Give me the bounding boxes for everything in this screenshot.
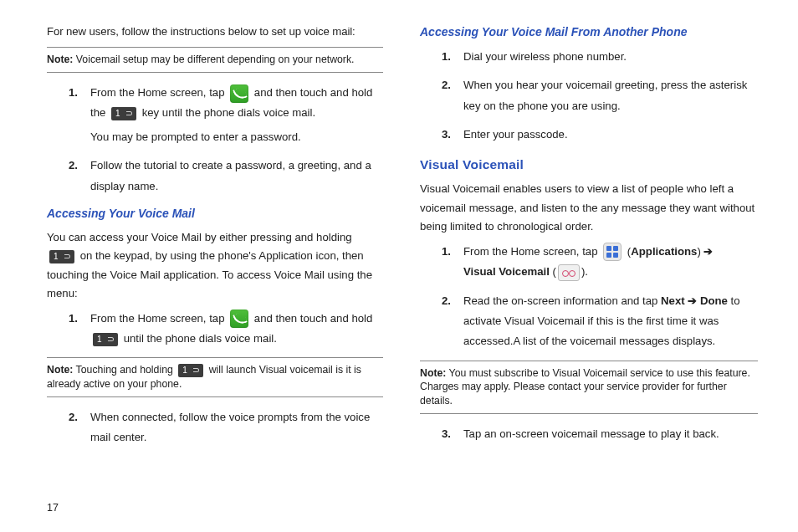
step-text: Tap an on-screen voicemail message to pl… bbox=[463, 427, 719, 440]
step-number: 2. bbox=[442, 75, 451, 95]
page-columns: For new users, follow the instructions b… bbox=[47, 23, 758, 492]
step-number: 1. bbox=[69, 309, 78, 329]
access-steps-cont: 2. When connected, follow the voice prom… bbox=[69, 407, 383, 448]
visual-voicemail-icon bbox=[558, 264, 580, 281]
step-number: 1. bbox=[442, 242, 451, 262]
key-1-icon: 1 bbox=[178, 364, 203, 377]
note-text: Touching and holding bbox=[73, 364, 176, 376]
note-text: Voicemail setup may be different dependi… bbox=[73, 54, 354, 65]
step-text: until the phone dials voice mail. bbox=[120, 332, 277, 345]
step-3: 3. Tap an on-screen voicemail message to… bbox=[442, 424, 758, 444]
visual-steps: 1. From the Home screen, tap (Applicatio… bbox=[442, 242, 758, 352]
step-text: When connected, follow the voice prompts… bbox=[90, 411, 370, 443]
step-1: 1. From the Home screen, tap and then to… bbox=[69, 309, 383, 350]
note-text: You must subscribe to Visual Voicemail s… bbox=[420, 367, 750, 407]
intro-text: For new users, follow the instructions b… bbox=[47, 23, 383, 40]
arrow-icon: ➔ bbox=[685, 294, 700, 307]
step-text: From the Home screen, tap bbox=[90, 86, 228, 99]
step-number: 1. bbox=[442, 47, 451, 67]
step-subtext: You may be prompted to enter a password. bbox=[90, 127, 383, 147]
arrow-icon: ➔ bbox=[701, 245, 714, 258]
para-text: You can access your Voice Mail by either… bbox=[47, 231, 352, 243]
access-paragraph: You can access your Voice Mail by either… bbox=[47, 228, 383, 304]
page-number: 17 bbox=[47, 502, 59, 514]
next-label: Next bbox=[661, 294, 685, 307]
step-2: 2. Read the on-screen information and ta… bbox=[442, 291, 758, 352]
note-box-1: Note: Voicemail setup may be different d… bbox=[47, 47, 383, 73]
step-text: Dial your wireless phone number. bbox=[463, 50, 627, 63]
heading-other-phone: Accessing Your Voice Mail From Another P… bbox=[420, 23, 758, 42]
heading-accessing-voicemail: Accessing Your Voice Mail bbox=[47, 205, 383, 223]
key-1-icon: 1 bbox=[49, 250, 74, 263]
phone-icon bbox=[230, 84, 248, 103]
key-1-icon: 1 bbox=[93, 333, 118, 346]
right-column: Accessing Your Voice Mail From Another P… bbox=[420, 23, 758, 492]
key-1-icon: 1 bbox=[111, 107, 136, 120]
step-text: and then touch and hold bbox=[251, 312, 372, 325]
step-number: 2. bbox=[69, 156, 78, 176]
step-number: 3. bbox=[442, 424, 451, 444]
other-phone-steps: 1. Dial your wireless phone number. 2. W… bbox=[442, 47, 758, 146]
done-label: Done bbox=[700, 294, 728, 307]
step-number: 1. bbox=[69, 83, 78, 103]
note-box-3: Note: You must subscribe to Visual Voice… bbox=[420, 361, 758, 414]
applications-label: Applications bbox=[631, 245, 697, 258]
step-1: 1. Dial your wireless phone number. bbox=[442, 47, 758, 67]
step-text: From the Home screen, tap bbox=[463, 245, 601, 258]
step-2: 2. Follow the tutorial to create a passw… bbox=[69, 156, 383, 197]
heading-visual-voicemail: Visual Voicemail bbox=[420, 155, 758, 175]
visual-paragraph: Visual Voicemail enables users to view a… bbox=[420, 180, 758, 236]
step-number: 2. bbox=[69, 407, 78, 427]
note-label: Note: bbox=[420, 367, 446, 379]
phone-icon bbox=[230, 309, 248, 328]
step-2: 2. When you hear your voicemail greeting… bbox=[442, 75, 758, 116]
access-steps: 1. From the Home screen, tap and then to… bbox=[69, 309, 383, 350]
step-text: Read the on-screen information and tap bbox=[463, 294, 661, 307]
step-number: 3. bbox=[442, 125, 451, 145]
left-column: For new users, follow the instructions b… bbox=[47, 23, 383, 492]
step-1: 1. From the Home screen, tap and then to… bbox=[69, 83, 383, 147]
step-3: 3. Enter your passcode. bbox=[442, 125, 758, 145]
visual-steps-cont: 3. Tap an on-screen voicemail message to… bbox=[442, 424, 758, 444]
step-text: When you hear your voicemail greeting, p… bbox=[463, 79, 747, 111]
step-1: 1. From the Home screen, tap (Applicatio… bbox=[442, 242, 758, 283]
note-box-2: Note: Touching and holding 1 will launch… bbox=[47, 357, 383, 396]
note-label: Note: bbox=[47, 54, 73, 65]
step-2: 2. When connected, follow the voice prom… bbox=[69, 407, 383, 448]
step-text: Follow the tutorial to create a password… bbox=[90, 159, 371, 192]
applications-icon bbox=[603, 243, 622, 261]
paren-close: ). bbox=[581, 265, 588, 278]
step-number: 2. bbox=[442, 291, 451, 311]
para-text: on the keypad, by using the phone's Appl… bbox=[47, 249, 372, 299]
step-text: Enter your passcode. bbox=[463, 128, 568, 141]
paren-open: ( bbox=[550, 265, 556, 278]
note-label: Note: bbox=[47, 364, 73, 376]
step-text: key until the phone dials voice mail. bbox=[139, 106, 315, 119]
setup-steps: 1. From the Home screen, tap and then to… bbox=[69, 83, 383, 197]
visual-voicemail-label: Visual Voicemail bbox=[463, 265, 550, 278]
step-text: From the Home screen, tap bbox=[90, 312, 228, 325]
